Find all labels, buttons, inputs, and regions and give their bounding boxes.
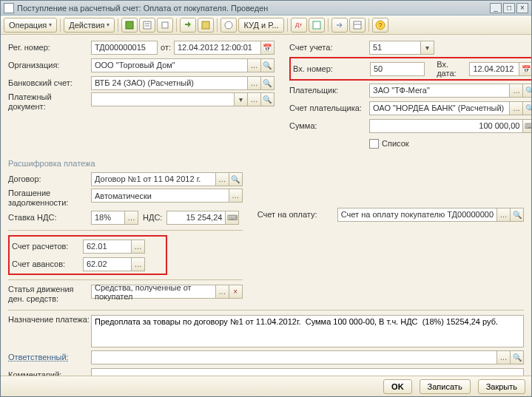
toolbar-btn-4[interactable]	[180, 18, 196, 33]
lookup-icon[interactable]: 🔍	[511, 350, 524, 364]
in-no-field[interactable]: 50	[370, 62, 425, 76]
separator	[60, 18, 61, 32]
lookup-icon[interactable]: 🔍	[261, 58, 275, 72]
ellipsis-button[interactable]: …	[248, 58, 261, 72]
help-button[interactable]: ?	[372, 18, 388, 33]
divider	[8, 279, 243, 280]
ellipsis-button[interactable]: …	[216, 285, 229, 299]
account-field[interactable]: 51	[369, 41, 421, 55]
close-window-button[interactable]: ×	[516, 3, 528, 13]
bank-field[interactable]: ВТБ 24 (ЗАО) (Расчетный)	[91, 76, 248, 90]
payer-label: Плательщик:	[289, 86, 369, 95]
write-button[interactable]: Записать	[420, 379, 471, 394]
repay-label: Погашение задолженности:	[8, 189, 91, 208]
doc-icon	[4, 3, 14, 13]
toolbar-btn-6[interactable]	[220, 18, 237, 33]
reg-no-label: Рег. номер:	[8, 43, 91, 52]
clear-icon[interactable]: ×	[229, 285, 243, 299]
lookup-icon[interactable]: 🔍	[261, 92, 275, 106]
svg-rect-0	[126, 21, 133, 29]
lookup-icon[interactable]: 🔍	[229, 172, 243, 186]
account-label: Счет учета:	[289, 43, 369, 52]
flow-field[interactable]: Средства, полученные от покупател	[91, 285, 216, 299]
ok-button[interactable]: OK	[383, 379, 412, 394]
invoice-field[interactable]: Счет на оплату покупателю ТД00000000	[337, 208, 497, 222]
vat-field[interactable]: 15 254,24	[166, 211, 226, 225]
ellipsis-button[interactable]: …	[216, 172, 229, 186]
toolbar-btn-3[interactable]	[157, 18, 173, 33]
calendar-icon[interactable]: 📅	[261, 41, 275, 55]
left-column: Рег. номер: ТД000000015 от: 12.04.2012 1…	[8, 39, 275, 153]
vat-rate-field[interactable]: 18%	[91, 211, 125, 225]
calculator-icon[interactable]: ⌨	[523, 119, 531, 133]
sum-field[interactable]: 100 000,00	[369, 119, 523, 133]
toolbar-btn-7[interactable]: Дт	[291, 18, 307, 33]
flow-label: Статья движения ден. средств:	[8, 285, 91, 304]
list-icon	[142, 20, 152, 30]
close-button[interactable]: Закрыть	[478, 379, 525, 394]
toolbar: Операция ▾ Действия ▾ КУД и Р... Дт ?	[1, 16, 531, 35]
toolbar-btn-2[interactable]	[139, 18, 155, 33]
svg-rect-5	[202, 21, 209, 29]
lookup-icon[interactable]: 🔍	[261, 76, 275, 90]
dropdown-button[interactable]: ▾	[421, 41, 434, 55]
svg-text:?: ?	[378, 21, 382, 29]
toolbar-btn-1[interactable]	[121, 18, 138, 33]
ellipsis-button[interactable]: …	[125, 211, 138, 225]
reg-no-field[interactable]: ТД000000015	[91, 41, 158, 55]
paydoc-field[interactable]	[91, 92, 235, 106]
svg-point-6	[225, 21, 232, 29]
in-date-field[interactable]: 12.04.2012	[469, 62, 519, 76]
calendar-icon[interactable]: 📅	[519, 62, 531, 76]
separator	[287, 18, 288, 32]
purpose-textarea[interactable]	[91, 315, 524, 347]
ellipsis-button[interactable]: …	[248, 92, 261, 106]
ellipsis-button[interactable]: …	[248, 76, 261, 90]
from-label: от:	[161, 43, 171, 52]
comment-input[interactable]	[91, 368, 524, 376]
toolbar-btn-9[interactable]	[331, 18, 348, 33]
org-field[interactable]: ООО "Торговый Дом"	[91, 58, 248, 72]
maximize-button[interactable]: □	[503, 3, 515, 13]
bank-label: Банковский счет:	[8, 78, 91, 87]
ellipsis-button[interactable]: …	[132, 240, 145, 254]
list-checkbox[interactable]	[369, 139, 379, 149]
calculator-icon[interactable]: ⌨	[226, 211, 239, 225]
toolbar-btn-10[interactable]	[349, 18, 366, 33]
contract-field[interactable]: Договор №1 от 11 04 2012 г.	[91, 172, 216, 186]
lookup-icon[interactable]: 🔍	[511, 208, 524, 222]
actions-menu[interactable]: Действия ▾	[64, 18, 115, 33]
from-date-field[interactable]: 12.04.2012 12:00:01	[174, 41, 261, 55]
responsible-field[interactable]	[91, 350, 497, 364]
lookup-icon[interactable]: 🔍	[523, 84, 531, 98]
lookup-icon[interactable]: 🔍	[523, 101, 531, 115]
svg-rect-8	[354, 21, 361, 29]
comment-label: Комментарий:	[8, 370, 91, 376]
ellipsis-button[interactable]: …	[132, 257, 145, 271]
actions-label: Действия	[69, 21, 104, 30]
repay-field[interactable]: Автоматически	[91, 189, 229, 203]
kudir-button[interactable]: КУД и Р...	[238, 18, 283, 33]
ellipsis-button[interactable]: …	[497, 350, 511, 364]
separator	[328, 18, 329, 32]
struct-icon	[223, 20, 234, 30]
dropdown-button[interactable]: ▾	[235, 92, 248, 106]
toolbar-btn-8[interactable]	[309, 18, 325, 33]
ellipsis-button[interactable]: …	[497, 208, 511, 222]
sum-label: Сумма:	[289, 121, 369, 130]
toolbar-btn-5[interactable]	[198, 18, 214, 33]
ellipsis-button[interactable]: …	[510, 101, 523, 115]
payer-acc-field[interactable]: ОАО "НОРДЕА БАНК" (Расчетный)	[369, 101, 510, 115]
responsible-label[interactable]: Ответственный:	[8, 353, 91, 362]
ellipsis-button[interactable]: …	[510, 84, 523, 98]
kudir-label: КУД и Р...	[243, 21, 278, 30]
separator	[176, 18, 177, 32]
operation-menu[interactable]: Операция ▾	[4, 18, 57, 33]
svg-rect-7	[313, 21, 320, 29]
payer-field[interactable]: ЗАО "ТФ-Мега"	[369, 84, 510, 98]
acc-adv-field[interactable]: 62.02	[83, 257, 132, 271]
in-no-label: Вх. номер:	[293, 64, 370, 73]
acc-settle-field[interactable]: 62.01	[83, 240, 132, 254]
ellipsis-button[interactable]: …	[229, 189, 243, 203]
minimize-button[interactable]: _	[490, 3, 502, 13]
